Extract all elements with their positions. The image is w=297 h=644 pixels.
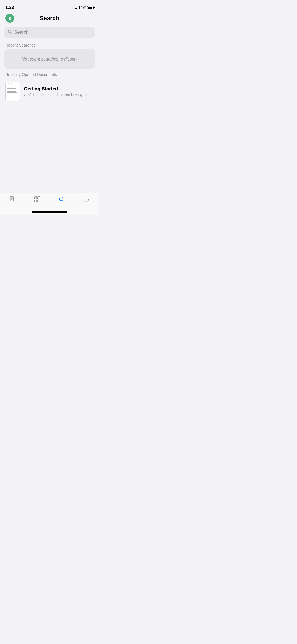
svg-rect-12 — [84, 197, 88, 201]
tab-search[interactable] — [54, 196, 70, 203]
status-time: 1:23 — [5, 5, 14, 10]
svg-rect-6 — [34, 197, 36, 199]
svg-line-11 — [63, 200, 64, 202]
search-icon — [8, 30, 12, 35]
new-doc-icon — [83, 196, 90, 203]
svg-rect-9 — [37, 200, 40, 202]
battery-icon — [87, 6, 94, 9]
recently-opened-label: Recently Opened Documents — [0, 69, 99, 79]
status-bar: 1:23 — [0, 0, 99, 12]
tab-spaces[interactable] — [29, 196, 45, 203]
svg-line-1 — [11, 33, 12, 34]
tab-new[interactable] — [79, 196, 95, 203]
header: S Search — [0, 12, 99, 24]
search-bar[interactable]: Search — [4, 27, 95, 38]
search-section: Search — [0, 24, 99, 40]
home-indicator — [32, 211, 67, 213]
spaces-icon — [34, 196, 41, 203]
svg-rect-2 — [10, 197, 14, 201]
svg-rect-7 — [37, 197, 40, 199]
status-icons — [75, 6, 94, 9]
recent-searches-label: Recent Searches — [0, 40, 99, 49]
signal-icon — [75, 6, 80, 9]
svg-rect-8 — [34, 200, 36, 202]
no-recent-text: No recent searches to display — [22, 57, 77, 62]
page-title: Search — [40, 15, 59, 22]
search-input-placeholder: Search — [14, 30, 29, 35]
docs-icon — [9, 196, 16, 203]
doc-info: Getting Started Craft is a rich text edi… — [24, 86, 94, 97]
doc-name: Getting Started — [24, 86, 94, 92]
doc-preview: Craft is a rich text editor that is easy… — [24, 93, 94, 97]
recent-searches-box: No recent searches to display — [4, 49, 95, 69]
wifi-icon — [81, 6, 86, 9]
search-tab-icon — [58, 196, 65, 203]
doc-thumbnail: Getting Started — [5, 82, 20, 101]
doc-divider — [24, 104, 94, 104]
avatar[interactable]: S — [5, 14, 14, 23]
document-item[interactable]: Getting Started Getting Started Craft is… — [0, 79, 99, 104]
tab-docs[interactable] — [4, 196, 20, 203]
